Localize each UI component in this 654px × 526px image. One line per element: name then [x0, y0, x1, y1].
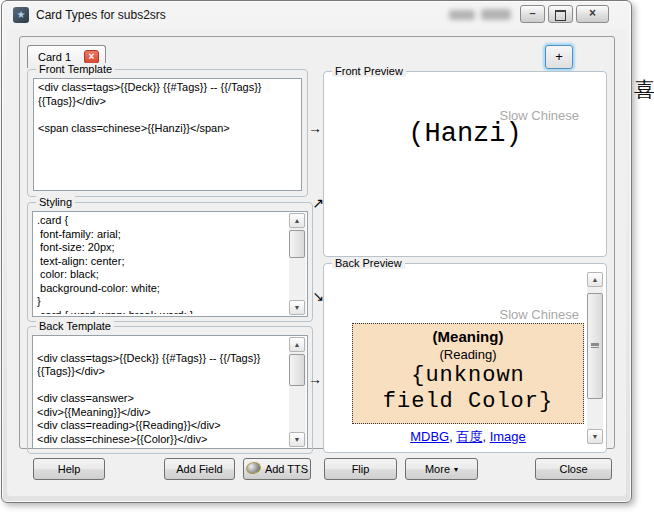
titlebar[interactable]: ★ Card Types for subs2srs – ×	[2, 1, 631, 29]
close-window-button[interactable]: ×	[576, 5, 609, 23]
scroll-up-icon[interactable]: ▲	[289, 213, 305, 228]
card-types-dialog: ★ Card Types for subs2srs – × Card 1 × +…	[1, 0, 632, 503]
deck-name-text: Slow Chinese	[500, 307, 580, 322]
styling-content: .card { font-family: arial; font-size: 2…	[37, 214, 286, 314]
tab-label: Card 1	[38, 51, 71, 63]
help-label: Help	[58, 463, 81, 475]
minimize-icon: –	[529, 7, 535, 19]
meaning-text: (Meaning)	[353, 327, 583, 346]
back-template-content: <div class=tags>{{Deck}} {{#Tags}} -- {{…	[37, 338, 286, 446]
link-image[interactable]: Image	[490, 429, 526, 444]
add-field-button[interactable]: Add Field	[164, 458, 235, 480]
front-template-label: Front Template	[36, 63, 115, 75]
scrollbar-thumb[interactable]	[289, 354, 305, 386]
front-template-textarea[interactable]: <div class=tags>{{Deck}} {{#Tags}} -- {{…	[33, 78, 302, 191]
styling-scrollbar[interactable]: ▲ ▼	[289, 213, 306, 315]
back-preview-scrollbar[interactable]: ▲ ▼	[587, 272, 603, 444]
scroll-up-icon[interactable]: ▲	[587, 272, 603, 287]
help-button[interactable]: Help	[33, 458, 105, 480]
restore-icon	[555, 10, 566, 21]
front-template-group: Front Template <div class=tags>{{Deck}} …	[27, 69, 308, 197]
unknown-field-line2: field Color}	[353, 389, 583, 415]
chevron-down-icon: ▾	[454, 465, 458, 474]
back-preview-group: Back Preview Slow Chinese (Meaning) (Rea…	[323, 263, 607, 453]
front-template-arrow-icon: →	[306, 120, 324, 136]
front-preview-hanzi: (Hanzi)	[324, 119, 606, 149]
close-icon: ×	[589, 6, 596, 20]
add-card-button[interactable]: +	[545, 45, 573, 69]
tab-close-icon[interactable]: ×	[84, 50, 99, 64]
back-template-arrow-icon: →	[306, 371, 324, 387]
close-button[interactable]: Close	[535, 458, 612, 480]
redacted-blur	[481, 9, 511, 20]
anki-app-icon: ★	[13, 7, 29, 23]
add-field-label: Add Field	[176, 463, 222, 475]
styling-textarea[interactable]: .card { font-family: arial; font-size: 2…	[32, 211, 308, 317]
more-label: More	[425, 463, 450, 475]
add-tts-button[interactable]: Add TTS	[243, 458, 311, 480]
styling-group: Styling .card { font-family: arial; font…	[27, 202, 313, 322]
back-template-textarea[interactable]: <div class=tags>{{Deck}} {{#Tags}} -- {{…	[32, 335, 308, 449]
redacted-blur	[449, 10, 475, 20]
front-preview-label: Front Preview	[332, 65, 406, 77]
link-separator: ,	[482, 429, 489, 444]
back-template-group: Back Template <div class=tags>{{Deck}} {…	[27, 326, 313, 454]
restore-button[interactable]	[548, 5, 573, 23]
back-template-label: Back Template	[36, 320, 114, 332]
link-baidu[interactable]: 百度	[456, 429, 482, 444]
background-chinese-character: 喜	[634, 76, 654, 104]
answer-highlight-box: (Meaning) (Reading) {unknown field Color…	[352, 323, 584, 424]
scroll-down-icon[interactable]: ▼	[289, 432, 305, 447]
styling-label: Styling	[36, 196, 75, 208]
reading-text: (Reading)	[353, 346, 583, 363]
dictionary-links: MDBG, 百度, Image	[352, 428, 584, 446]
back-template-scrollbar[interactable]: ▲ ▼	[289, 337, 306, 447]
link-mdbg[interactable]: MDBG	[410, 429, 449, 444]
close-label: Close	[559, 463, 587, 475]
minimize-button[interactable]: –	[520, 5, 545, 23]
unknown-field-line1: {unknown	[353, 363, 583, 389]
tts-speaker-icon	[245, 461, 262, 476]
scrollbar-thumb[interactable]	[587, 293, 603, 399]
scroll-down-icon[interactable]: ▼	[289, 300, 305, 315]
back-preview-label: Back Preview	[332, 257, 405, 269]
scrollbar-grip	[591, 343, 599, 350]
add-tts-label: Add TTS	[265, 463, 308, 475]
scroll-down-icon[interactable]: ▼	[587, 429, 603, 444]
front-preview-group: Front Preview Slow Chinese (Hanzi)	[323, 71, 607, 257]
window-title: Card Types for subs2srs	[36, 8, 166, 22]
more-button[interactable]: More▾	[405, 458, 478, 480]
flip-button[interactable]: Flip	[324, 458, 397, 480]
flip-label: Flip	[352, 463, 370, 475]
scrollbar-thumb[interactable]	[289, 230, 305, 258]
scroll-up-icon[interactable]: ▲	[289, 337, 305, 352]
front-template-content: <div class=tags>{{Deck}} {{#Tags}} -- {{…	[38, 81, 298, 188]
